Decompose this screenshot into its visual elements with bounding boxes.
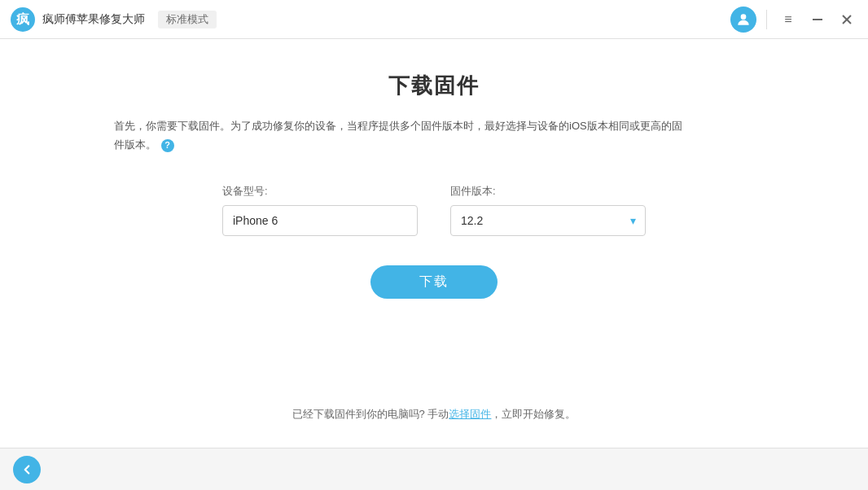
firmware-version-select[interactable]: 12.2 12.1 12.0 11.4 (450, 205, 646, 236)
mode-label: 标准模式 (158, 11, 217, 28)
app-name: 疯师傅苹果修复大师 (42, 12, 145, 27)
select-firmware-link[interactable]: 选择固件 (449, 408, 491, 420)
device-model-group: 设备型号: (222, 184, 418, 236)
title-bar: 疯 疯师傅苹果修复大师 标准模式 ≡ (0, 0, 868, 39)
firmware-version-group: 固件版本: 12.2 12.1 12.0 11.4 ▾ (450, 184, 646, 236)
device-model-input[interactable] (222, 205, 418, 236)
form-row: 设备型号: 固件版本: 12.2 12.1 12.0 11.4 ▾ (222, 184, 646, 236)
svg-rect-3 (813, 19, 822, 20)
footer-text: 已经下载固件到你的电脑吗? 手动选择固件，立即开始修复。 (292, 407, 576, 422)
main-content: 下载固件 首先，你需要下载固件。为了成功修复你的设备，当程序提供多个固件版本时，… (0, 39, 868, 448)
device-model-label: 设备型号: (222, 184, 418, 199)
description-text: 首先，你需要下载固件。为了成功修复你的设备，当程序提供多个固件版本时，最好选择与… (114, 116, 684, 155)
minimize-button[interactable] (806, 8, 829, 31)
divider (766, 10, 767, 29)
app-logo: 疯 (10, 7, 36, 33)
download-button[interactable]: 下载 (370, 265, 498, 299)
svg-text:疯: 疯 (15, 11, 29, 26)
close-button[interactable] (835, 8, 858, 31)
bottom-bar (0, 448, 868, 490)
menu-button[interactable]: ≡ (777, 8, 800, 31)
help-icon[interactable]: ? (161, 139, 174, 152)
firmware-select-wrapper: 12.2 12.1 12.0 11.4 ▾ (450, 205, 646, 236)
user-icon[interactable] (730, 7, 756, 33)
back-button[interactable] (13, 456, 41, 483)
window-controls: ≡ (730, 7, 858, 33)
page-title: 下载固件 (388, 72, 480, 100)
svg-point-2 (741, 14, 747, 20)
firmware-version-label: 固件版本: (450, 184, 646, 199)
